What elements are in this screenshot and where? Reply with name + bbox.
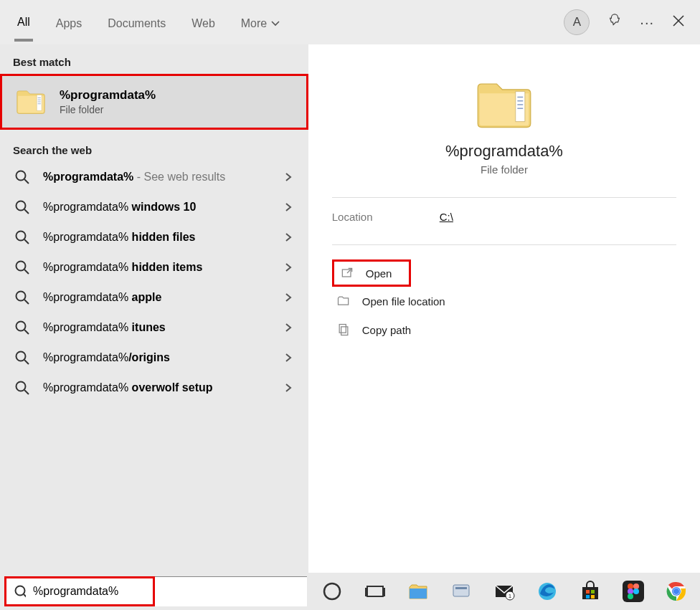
tab-more-label: More <box>241 17 267 30</box>
search-hint-extension <box>155 576 307 606</box>
location-row: Location C:\ <box>332 211 676 223</box>
chevron-right-icon <box>284 202 294 212</box>
best-match-label: Best match <box>0 44 308 74</box>
figma-icon[interactable] <box>621 579 645 604</box>
tab-web[interactable]: Web <box>189 4 218 40</box>
best-match-subtitle: File folder <box>60 104 156 115</box>
app-icon-1[interactable] <box>449 579 473 604</box>
tab-documents[interactable]: Documents <box>105 4 169 40</box>
web-result-item[interactable]: %programdata% itunes <box>4 313 304 343</box>
more-options-icon[interactable]: ··· <box>640 14 654 31</box>
svg-rect-11 <box>341 327 347 335</box>
web-result-text: %programdata% overwolf setup <box>43 381 284 394</box>
best-match-title: %programdata% <box>60 88 156 103</box>
separator <box>332 244 676 245</box>
web-result-text: %programdata% apple <box>43 291 284 304</box>
svg-rect-24 <box>586 590 590 594</box>
search-web-label: Search the web <box>0 133 308 162</box>
preview-pane: %programdata% File folder Location C:\ O… <box>308 44 700 573</box>
folder-open-icon <box>336 294 351 308</box>
web-result-text: %programdata% windows 10 <box>43 201 284 214</box>
copy-icon <box>336 323 351 337</box>
svg-point-37 <box>673 588 679 594</box>
user-avatar[interactable]: A <box>564 9 590 35</box>
search-icon <box>14 169 30 185</box>
file-explorer-icon[interactable] <box>406 579 430 604</box>
best-match-result[interactable]: %programdata% File folder <box>0 74 308 130</box>
chevron-right-icon <box>284 383 294 393</box>
web-result-text: %programdata% hidden items <box>43 261 284 274</box>
edge-icon[interactable] <box>535 579 559 604</box>
copy-path-action[interactable]: Copy path <box>332 315 676 344</box>
preview-subtitle: File folder <box>481 163 528 176</box>
feedback-icon[interactable] <box>607 13 623 32</box>
svg-rect-26 <box>586 595 590 599</box>
chevron-right-icon <box>284 323 294 333</box>
chevron-right-icon <box>284 353 294 363</box>
search-icon <box>14 320 30 335</box>
web-result-item[interactable]: %programdata% - See web results <box>4 162 304 192</box>
location-label: Location <box>332 211 440 223</box>
web-result-text: %programdata% hidden files <box>43 231 284 244</box>
svg-line-9 <box>347 268 352 273</box>
filter-tabs: All Apps Documents Web More <box>14 3 283 42</box>
svg-point-33 <box>628 594 633 599</box>
web-result-text: %programdata% - See web results <box>43 171 284 184</box>
svg-rect-23 <box>582 587 598 599</box>
taskbar: 1 <box>307 579 700 604</box>
search-input[interactable] <box>33 585 146 598</box>
svg-point-30 <box>633 583 639 589</box>
chevron-down-icon <box>271 21 280 27</box>
task-view-icon[interactable] <box>363 579 387 604</box>
tab-more[interactable]: More <box>238 4 283 40</box>
search-icon <box>14 584 26 599</box>
mail-icon[interactable]: 1 <box>492 579 516 604</box>
web-result-item[interactable]: %programdata%/origins <box>4 343 304 373</box>
web-result-item[interactable]: %programdata% hidden files <box>4 222 304 252</box>
search-icon <box>14 350 30 366</box>
web-result-item[interactable]: %programdata% overwolf setup <box>4 373 304 403</box>
tab-all[interactable]: All <box>14 3 33 42</box>
results-pane: Best match %programdata% File folder Sea… <box>0 44 308 573</box>
web-result-item[interactable]: %programdata% hidden items <box>4 252 304 282</box>
svg-point-32 <box>633 588 639 594</box>
chevron-right-icon <box>284 292 294 302</box>
preview-title: %programdata% <box>445 142 563 161</box>
close-button[interactable] <box>671 14 686 31</box>
svg-rect-16 <box>410 588 427 599</box>
folder-icon <box>474 75 534 135</box>
tab-apps[interactable]: Apps <box>53 4 85 40</box>
open-file-location-action[interactable]: Open file location <box>332 287 676 315</box>
chevron-right-icon <box>284 232 294 242</box>
web-result-text: %programdata% itunes <box>43 321 284 334</box>
folder-icon <box>15 86 47 118</box>
svg-rect-18 <box>455 587 467 589</box>
search-icon <box>14 229 30 245</box>
open-action[interactable]: Open <box>332 259 411 287</box>
open-file-location-label: Open file location <box>362 295 445 308</box>
header-actions: A ··· <box>564 9 686 35</box>
svg-rect-27 <box>591 595 595 599</box>
separator <box>332 197 676 198</box>
svg-rect-17 <box>453 585 469 596</box>
chrome-icon[interactable] <box>664 579 689 604</box>
web-result-text: %programdata%/origins <box>43 351 284 364</box>
open-label: Open <box>366 267 392 280</box>
web-result-item[interactable]: %programdata% apple <box>4 282 304 313</box>
web-result-item[interactable]: %programdata% windows 10 <box>4 192 304 222</box>
search-icon <box>14 199 30 215</box>
svg-point-31 <box>628 588 633 594</box>
search-header: All Apps Documents Web More A ··· <box>0 0 700 44</box>
chevron-right-icon <box>284 172 294 182</box>
web-results-list: %programdata% - See web results%programd… <box>0 162 308 403</box>
location-value[interactable]: C:\ <box>440 211 453 223</box>
search-box[interactable] <box>4 576 155 606</box>
copy-path-label: Copy path <box>362 324 411 336</box>
svg-point-29 <box>628 583 633 589</box>
microsoft-store-icon[interactable] <box>578 579 602 604</box>
cortana-icon[interactable] <box>320 579 344 604</box>
chevron-right-icon <box>284 262 294 272</box>
svg-rect-10 <box>339 325 346 333</box>
svg-point-12 <box>324 583 340 599</box>
open-icon <box>340 266 354 280</box>
